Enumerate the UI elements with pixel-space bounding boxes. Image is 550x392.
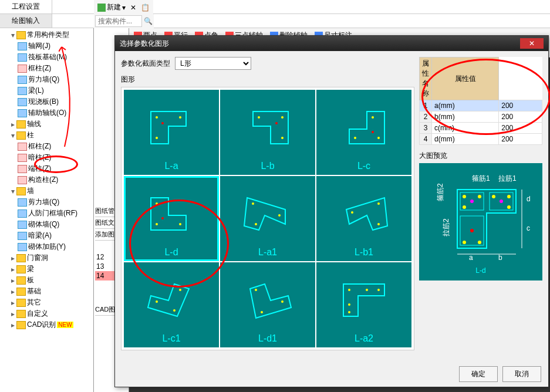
tree-raft[interactable]: 筏板基础(M)	[1, 52, 92, 63]
tree-rf-frame[interactable]: 人防门框墙(RF)	[1, 208, 92, 219]
svg-text:箍筋2: 箍筋2	[436, 183, 444, 201]
prop-name-header: 属性名称	[420, 58, 432, 100]
svg-point-6	[281, 137, 284, 139]
svg-text:b: b	[498, 254, 502, 262]
svg-point-24	[173, 309, 176, 312]
tree-other[interactable]: ▸其它	[1, 297, 92, 308]
tree-wall[interactable]: ▾墙	[1, 185, 92, 197]
svg-point-46	[470, 229, 474, 232]
shape-lb1[interactable]: L-b1	[316, 176, 411, 261]
svg-point-5	[281, 116, 284, 119]
tree-struct-col[interactable]: 构造柱(Z)	[1, 174, 92, 185]
tree-door-window[interactable]: ▸门窗洞	[1, 252, 92, 263]
search-input[interactable]	[95, 15, 142, 27]
svg-point-16	[252, 202, 254, 205]
tree-masonry-rein[interactable]: 砌体加筋(Y)	[1, 241, 92, 252]
prop-row-2[interactable]: 2b(mm)200	[420, 111, 542, 123]
svg-point-45	[500, 200, 503, 203]
tab-drawing[interactable]: 绘图输入	[0, 14, 52, 28]
svg-text:拉筋1: 拉筋1	[498, 174, 517, 183]
param-type-select[interactable]: L形	[175, 57, 251, 70]
tree-masonry-wall[interactable]: 砌体墙(Q)	[1, 219, 92, 230]
prop-value-header: 属性值	[432, 58, 499, 100]
svg-point-28	[348, 289, 350, 291]
shape-ld[interactable]: L-d	[124, 176, 219, 261]
svg-point-19	[351, 211, 353, 214]
tree-frame-col2[interactable]: 框柱(Z)	[1, 141, 92, 152]
prop-row-4[interactable]: 4d(mm)200	[420, 134, 542, 145]
svg-point-14	[179, 223, 181, 225]
prop-row-1[interactable]: 1a(mm)200	[420, 100, 542, 111]
svg-point-10	[377, 137, 380, 139]
tree-axis[interactable]: ▸轴线	[1, 119, 92, 130]
tree-shear-wall[interactable]: 剪力墙(Q)	[1, 74, 92, 85]
tree-axis-net[interactable]: 轴网(J)	[1, 40, 92, 52]
shape-lc1[interactable]: L-c1	[124, 262, 219, 347]
svg-point-23	[156, 300, 158, 303]
close-icon[interactable]: ✕	[520, 38, 544, 49]
btn-new[interactable]: 新建 ▾	[95, 1, 128, 13]
tab-engineering[interactable]: 工程设置	[0, 0, 52, 13]
tree-aux-axis[interactable]: 辅助轴线(O)	[1, 107, 92, 119]
svg-text:a: a	[469, 254, 473, 262]
svg-text:箍筋1: 箍筋1	[472, 174, 490, 183]
svg-point-42	[463, 241, 466, 244]
param-type-label: 参数化截面类型	[121, 59, 170, 69]
svg-point-25	[255, 289, 257, 291]
svg-point-20	[377, 202, 380, 205]
svg-point-43	[478, 241, 481, 244]
svg-point-9	[354, 137, 356, 139]
tree-hidden-beam[interactable]: 暗梁(A)	[1, 230, 92, 241]
svg-point-36	[463, 195, 466, 198]
shape-la1[interactable]: L-a1	[220, 176, 315, 261]
tree-cast-slab[interactable]: 现浇板(B)	[1, 96, 92, 107]
tree-shear-wall2[interactable]: 剪力墙(Q)	[1, 197, 92, 208]
svg-point-31	[348, 303, 350, 306]
tree-foundation[interactable]: ▸基础	[1, 286, 92, 297]
preview-label: 大图预览	[419, 151, 542, 161]
svg-point-12	[156, 202, 158, 205]
shape-lb[interactable]: L-b	[220, 90, 315, 175]
svg-point-26	[281, 300, 284, 303]
prop-row-3[interactable]: 3c(mm)200	[420, 123, 542, 134]
tree-end-col[interactable]: 端柱(Z)	[1, 163, 92, 174]
graphics-label: 图形	[121, 75, 414, 85]
cancel-button[interactable]: 取消	[502, 366, 541, 382]
tree-frame-col[interactable]: 框柱(Z)	[1, 63, 92, 74]
btn-delete-icon[interactable]: ✕	[128, 2, 139, 13]
new-badge: NEW	[57, 322, 73, 328]
svg-point-13	[156, 223, 158, 225]
svg-point-3	[161, 122, 164, 124]
dialog-title: 选择参数化图形	[120, 39, 169, 49]
svg-point-27	[261, 311, 263, 313]
search-icon[interactable]: 🔍	[144, 17, 153, 25]
svg-point-17	[278, 214, 281, 217]
svg-point-29	[366, 289, 368, 291]
param-shape-dialog: 选择参数化图形 ✕ 参数化截面类型 L形 图形 L-a L-b L-	[114, 35, 549, 387]
tree-common[interactable]: ▾常用构件类型	[1, 29, 92, 40]
tree-slab[interactable]: ▸板	[1, 275, 92, 286]
svg-point-30	[377, 289, 380, 291]
preview-box: 箍筋1 拉筋1 箍筋2 拉筋2 a b c d L-d	[419, 163, 542, 281]
btn-copy-icon[interactable]: 📋	[139, 2, 152, 13]
svg-point-41	[507, 205, 511, 209]
svg-point-7	[275, 122, 278, 124]
tree-beam2[interactable]: ▸梁	[1, 263, 92, 275]
svg-point-32	[348, 311, 350, 313]
shape-la[interactable]: L-a	[124, 90, 219, 175]
shape-ld1[interactable]: L-d1	[220, 262, 315, 347]
tree-custom[interactable]: ▸自定义	[1, 308, 92, 319]
tree-hidden-col[interactable]: 暗柱(Z)	[1, 152, 92, 163]
svg-point-1	[179, 116, 181, 119]
svg-text:d: d	[527, 195, 531, 203]
svg-point-22	[179, 289, 181, 291]
svg-point-40	[463, 205, 466, 209]
svg-point-2	[156, 137, 158, 139]
svg-point-18	[255, 223, 257, 225]
tree-cad[interactable]: ▸CAD识别NEW	[1, 319, 92, 330]
tree-column[interactable]: ▾柱	[1, 130, 92, 141]
ok-button[interactable]: 确定	[459, 366, 498, 382]
shape-la2[interactable]: L-a2	[316, 262, 411, 347]
tree-beam[interactable]: 梁(L)	[1, 85, 92, 96]
shape-lc[interactable]: L-c	[316, 90, 411, 175]
